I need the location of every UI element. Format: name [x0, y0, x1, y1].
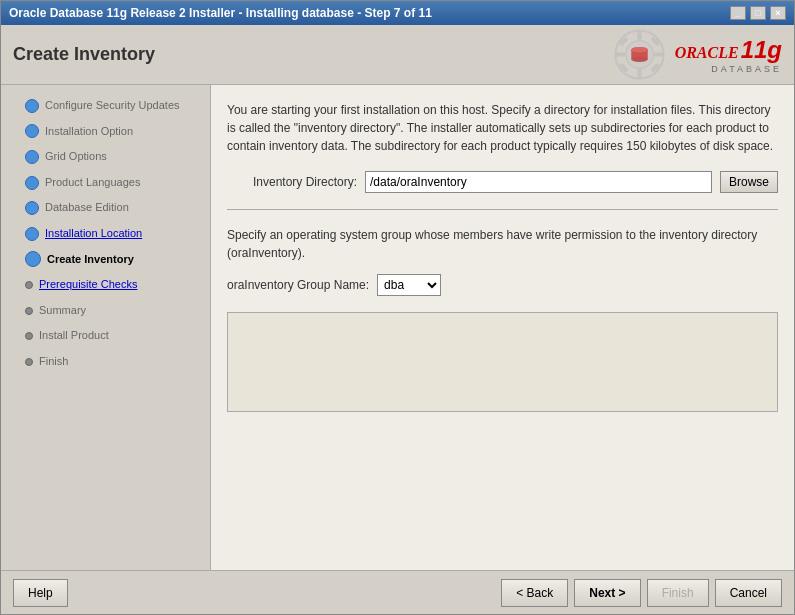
sidebar-item-database-edition: Database Edition [1, 195, 210, 221]
step-indicator-edition [25, 201, 39, 215]
window-title: Oracle Database 11g Release 2 Installer … [9, 6, 432, 20]
log-area [227, 312, 778, 412]
next-button[interactable]: Next > [574, 579, 640, 607]
maximize-button[interactable]: □ [750, 6, 766, 20]
window-header: Create Inventory [1, 25, 794, 85]
back-button[interactable]: < Back [501, 579, 568, 607]
step-indicator-prereq [25, 281, 33, 289]
description-text: You are starting your first installation… [227, 101, 778, 155]
svg-point-13 [631, 57, 648, 63]
sidebar-item-grid-options: Grid Options [1, 144, 210, 170]
bottom-right-buttons: < Back Next > Finish Cancel [501, 579, 782, 607]
step-indicator-install [25, 332, 33, 340]
sidebar-item-install-product: Install Product [1, 323, 210, 349]
step-indicator-finish [25, 358, 33, 366]
step-indicator-option [25, 124, 39, 138]
finish-button[interactable]: Finish [647, 579, 709, 607]
group-name-row: oraInventory Group Name: dba oinstall ro… [227, 274, 778, 296]
sidebar-item-prerequisite-checks[interactable]: Prerequisite Checks [1, 272, 210, 298]
sidebar-item-summary: Summary [1, 298, 210, 324]
step-indicator-inventory [25, 251, 41, 267]
sidebar-label-install: Install Product [39, 327, 109, 345]
sidebar-item-configure-security-updates: Configure Security Updates [1, 93, 210, 119]
sidebar-label-inventory: Create Inventory [47, 251, 134, 269]
oracle-logo: ORACLE 11g DATABASE [612, 27, 782, 82]
cancel-button[interactable]: Cancel [715, 579, 782, 607]
step-indicator-languages [25, 176, 39, 190]
main-window: Oracle Database 11g Release 2 Installer … [0, 0, 795, 615]
oracle-brand-label: ORACLE [675, 44, 739, 62]
sidebar-item-installation-option: Installation Option [1, 119, 210, 145]
group-name-label: oraInventory Group Name: [227, 278, 369, 292]
title-bar-buttons: _ □ × [730, 6, 786, 20]
inventory-directory-label: Inventory Directory: [227, 175, 357, 189]
oracle-text: ORACLE 11g DATABASE [675, 36, 782, 74]
step-indicator-configure [25, 99, 39, 113]
bottom-bar: Help < Back Next > Finish Cancel [1, 570, 794, 614]
oracle-version-label: 11g [741, 36, 782, 64]
sidebar-label-edition: Database Edition [45, 199, 129, 217]
svg-rect-4 [637, 69, 641, 79]
minimize-button[interactable]: _ [730, 6, 746, 20]
sidebar-label-location: Installation Location [45, 225, 142, 243]
sidebar-label-languages: Product Languages [45, 174, 140, 192]
sidebar-label-grid: Grid Options [45, 148, 107, 166]
group-description: Specify an operating system group whose … [227, 226, 778, 262]
bottom-left-buttons: Help [13, 579, 68, 607]
sidebar-label-summary: Summary [39, 302, 86, 320]
content-area: You are starting your first installation… [211, 85, 794, 570]
svg-rect-5 [615, 52, 625, 56]
title-bar: Oracle Database 11g Release 2 Installer … [1, 1, 794, 25]
sidebar-item-installation-location[interactable]: Installation Location [1, 221, 210, 247]
inventory-directory-input[interactable] [365, 171, 712, 193]
sidebar-item-finish: Finish [1, 349, 210, 375]
step-indicator-summary [25, 307, 33, 315]
main-content: Configure Security Updates Installation … [1, 85, 794, 570]
step-indicator-location [25, 227, 39, 241]
close-button[interactable]: × [770, 6, 786, 20]
sidebar-label-prereq: Prerequisite Checks [39, 276, 137, 294]
sidebar-item-create-inventory: Create Inventory [1, 247, 210, 273]
sidebar-label-option: Installation Option [45, 123, 133, 141]
page-title: Create Inventory [13, 44, 155, 65]
svg-rect-6 [654, 52, 664, 56]
oracle-product-label: DATABASE [711, 64, 782, 74]
svg-rect-3 [637, 30, 641, 40]
sidebar-label-finish: Finish [39, 353, 68, 371]
step-indicator-grid [25, 150, 39, 164]
help-button[interactable]: Help [13, 579, 68, 607]
browse-button[interactable]: Browse [720, 171, 778, 193]
sidebar-item-product-languages: Product Languages [1, 170, 210, 196]
svg-point-14 [631, 47, 648, 53]
group-name-select[interactable]: dba oinstall root [377, 274, 441, 296]
sidebar: Configure Security Updates Installation … [1, 85, 211, 570]
inventory-directory-row: Inventory Directory: Browse [227, 171, 778, 193]
sidebar-label-configure: Configure Security Updates [45, 97, 180, 115]
gear-icon [612, 27, 667, 82]
section-divider [227, 209, 778, 210]
